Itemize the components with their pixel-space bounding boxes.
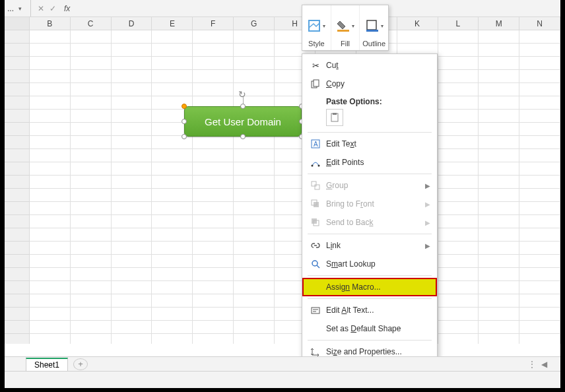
- cell[interactable]: [519, 123, 560, 136]
- cell[interactable]: [193, 242, 234, 255]
- cell[interactable]: [234, 321, 275, 334]
- row-header[interactable]: [5, 294, 30, 308]
- sheet-tab[interactable]: Sheet1: [26, 358, 68, 371]
- cell[interactable]: [234, 228, 275, 242]
- cell[interactable]: [71, 202, 112, 215]
- add-sheet-button[interactable]: +: [73, 358, 88, 370]
- cell[interactable]: [193, 215, 234, 228]
- menu-cut[interactable]: ✂ Cut: [302, 56, 437, 75]
- cell[interactable]: [71, 44, 112, 57]
- cell[interactable]: [152, 70, 193, 83]
- cell[interactable]: [71, 255, 112, 268]
- cell[interactable]: [519, 30, 560, 44]
- cell[interactable]: [438, 268, 479, 281]
- row-header[interactable]: [5, 308, 30, 321]
- col-header[interactable]: F: [193, 17, 234, 30]
- cell[interactable]: [112, 57, 152, 70]
- cell[interactable]: [30, 70, 71, 83]
- row-header[interactable]: [5, 57, 30, 70]
- cell[interactable]: [112, 83, 152, 96]
- cell[interactable]: [479, 308, 519, 321]
- cell[interactable]: [438, 255, 479, 268]
- cell[interactable]: [152, 242, 193, 255]
- cell[interactable]: [193, 70, 234, 83]
- cell[interactable]: [112, 242, 152, 255]
- cell[interactable]: [30, 96, 71, 110]
- cell[interactable]: [112, 189, 152, 202]
- cell[interactable]: [152, 308, 193, 321]
- cell[interactable]: [234, 268, 275, 281]
- row-header[interactable]: [5, 162, 30, 176]
- cell[interactable]: [479, 294, 519, 308]
- cell[interactable]: [71, 281, 112, 294]
- row-header[interactable]: [5, 334, 30, 344]
- cell[interactable]: [193, 44, 234, 57]
- cell[interactable]: [71, 162, 112, 176]
- cell[interactable]: [152, 136, 193, 149]
- cell[interactable]: [479, 110, 519, 123]
- cell[interactable]: [234, 70, 275, 83]
- cell[interactable]: [71, 176, 112, 189]
- cell[interactable]: [30, 189, 71, 202]
- cell[interactable]: [30, 334, 71, 344]
- cell[interactable]: [30, 176, 71, 189]
- cell[interactable]: [71, 308, 112, 321]
- cell[interactable]: [438, 294, 479, 308]
- cell[interactable]: [152, 334, 193, 344]
- cell[interactable]: [30, 281, 71, 294]
- cell[interactable]: [152, 268, 193, 281]
- cell[interactable]: [438, 57, 479, 70]
- cell[interactable]: [152, 149, 193, 162]
- cell[interactable]: [112, 321, 152, 334]
- cell[interactable]: [152, 162, 193, 176]
- cell[interactable]: [112, 294, 152, 308]
- cell[interactable]: [519, 228, 560, 242]
- style-button[interactable]: ▾ Style: [302, 5, 331, 50]
- cell[interactable]: [479, 242, 519, 255]
- cell[interactable]: [193, 149, 234, 162]
- row-header[interactable]: [5, 242, 30, 255]
- spreadsheet-grid[interactable]: // rows generated below in populate scri…: [5, 30, 560, 344]
- cell[interactable]: [438, 189, 479, 202]
- cell[interactable]: [234, 136, 275, 149]
- cell[interactable]: [438, 83, 479, 96]
- menu-assign-macro[interactable]: Assign Macro...: [302, 278, 437, 296]
- row-header[interactable]: [5, 136, 30, 149]
- cell[interactable]: [519, 202, 560, 215]
- cell[interactable]: [193, 255, 234, 268]
- cell[interactable]: [30, 255, 71, 268]
- resize-handle[interactable]: [240, 104, 246, 109]
- cell[interactable]: [234, 44, 275, 57]
- row-header[interactable]: [5, 30, 30, 44]
- cell[interactable]: [519, 268, 560, 281]
- cell[interactable]: [71, 189, 112, 202]
- resize-handle[interactable]: [182, 134, 187, 139]
- cell[interactable]: [152, 294, 193, 308]
- col-header[interactable]: K: [397, 17, 438, 30]
- fill-button[interactable]: ▾ Fill: [331, 5, 360, 50]
- row-header[interactable]: [5, 268, 30, 281]
- cell[interactable]: [438, 123, 479, 136]
- tab-scroll-left-icon[interactable]: ◀: [541, 360, 547, 369]
- cell[interactable]: [234, 334, 275, 344]
- col-header[interactable]: B: [30, 17, 71, 30]
- cell[interactable]: [152, 281, 193, 294]
- cell[interactable]: [152, 202, 193, 215]
- row-header[interactable]: [5, 255, 30, 268]
- menu-edit-points[interactable]: Edit Points: [302, 153, 437, 172]
- cell[interactable]: [152, 83, 193, 96]
- cell[interactable]: [30, 30, 71, 44]
- cell[interactable]: [71, 96, 112, 110]
- cell[interactable]: [193, 334, 234, 344]
- cell[interactable]: [30, 308, 71, 321]
- cancel-icon[interactable]: ✕: [38, 4, 44, 13]
- row-header[interactable]: [5, 215, 30, 228]
- cell[interactable]: [30, 202, 71, 215]
- cell[interactable]: [479, 162, 519, 176]
- cell[interactable]: [152, 57, 193, 70]
- tab-options-icon[interactable]: ⋮: [528, 360, 536, 369]
- cell[interactable]: [519, 57, 560, 70]
- cell[interactable]: [479, 70, 519, 83]
- select-all-corner[interactable]: [5, 17, 30, 30]
- menu-link[interactable]: Link ▶: [302, 236, 437, 255]
